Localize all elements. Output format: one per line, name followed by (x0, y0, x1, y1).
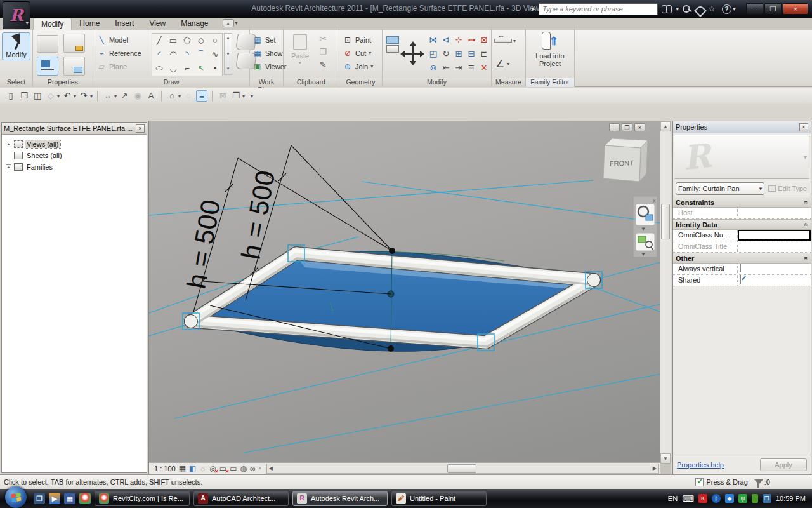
apply-button[interactable]: Apply (760, 458, 807, 471)
tree-item-families[interactable]: + Families (2, 161, 147, 173)
paint-button[interactable]: ⊡Paint (341, 33, 373, 46)
property-row-omniclass-title[interactable]: OmniClass Title (673, 241, 811, 253)
gallery-scroll-control[interactable]: ▲ ▼ ▾ (224, 33, 232, 75)
tab-insert[interactable]: Insert (107, 18, 141, 30)
view-caret-icon[interactable]: ▾ (178, 93, 181, 99)
taskbar-clock[interactable]: 10:59 PM (776, 495, 806, 502)
wheel-caret-icon[interactable]: ▼ (641, 226, 646, 232)
undo-caret-icon[interactable]: ▾ (74, 93, 76, 99)
always-vertical-checkbox[interactable] (740, 264, 741, 272)
vertical-scroll-thumb[interactable] (661, 204, 670, 239)
gallery-scroll-down-icon[interactable]: ▼ (225, 40, 232, 56)
line-tool-icon[interactable]: ╱ (152, 34, 166, 48)
text-icon[interactable]: A (145, 90, 157, 102)
pin-icon[interactable]: ⊏ (478, 47, 490, 61)
navbar-close-icon[interactable]: x (653, 197, 656, 204)
split-element-icon[interactable]: ⊹ (452, 33, 465, 47)
new-file-icon[interactable]: ▯ (5, 90, 16, 102)
panel-measure-label[interactable]: Measure (492, 78, 525, 87)
detail-level-icon[interactable]: ▦ (179, 464, 186, 473)
copy-icon[interactable]: ❐ (318, 47, 328, 57)
families-expand-icon[interactable]: + (6, 164, 11, 170)
taskbar-task-autocad[interactable]: A AutoCAD Architect... (193, 491, 289, 506)
tree-item-views[interactable]: + Views (all) (2, 138, 147, 150)
dimension-caret-icon[interactable]: ▾ (114, 93, 117, 99)
tab-view[interactable]: View (141, 18, 173, 30)
cut-scissors-icon[interactable]: ✂ (318, 34, 328, 44)
rotate-icon[interactable]: ↻ (440, 47, 452, 61)
property-row-host[interactable]: Host (673, 208, 811, 219)
property-row-always-vertical[interactable]: Always vertical (673, 264, 811, 275)
edit-type-button[interactable]: Edit Type (767, 185, 808, 192)
chrome-icon[interactable] (79, 493, 91, 504)
section-other[interactable]: Other « (673, 253, 811, 264)
project-browser-titlebar[interactable]: M_Rectangle Surface ETFE PANEL.rfa ... × (2, 123, 147, 135)
select-elements-icon[interactable] (386, 36, 399, 44)
pick-edges-tool-icon[interactable]: ↖ (194, 62, 208, 76)
panel-properties-label[interactable]: Properties (33, 78, 93, 87)
views-expand-icon[interactable]: + (6, 142, 11, 147)
plane-button[interactable]: ▱Plane (95, 60, 149, 73)
omniclass-number-input[interactable] (738, 230, 811, 241)
antivirus-tray-icon[interactable]: K (698, 494, 707, 503)
select-faces-icon[interactable] (386, 45, 399, 53)
circumscribed-polygon-tool-icon[interactable]: ◇ (194, 34, 208, 48)
measure-icon[interactable]: ↗ (119, 90, 130, 102)
point-tool-icon[interactable]: • (208, 62, 222, 76)
resize-grip[interactable]: ⋮⋮ (650, 464, 660, 473)
scroll-down-icon[interactable]: ▼ (660, 453, 671, 464)
move-button[interactable] (403, 44, 422, 63)
sun-path-icon[interactable]: ☼ (199, 464, 206, 473)
language-indicator[interactable]: EN (668, 495, 678, 502)
array-icon[interactable]: ⊞ (452, 47, 465, 61)
tangent-arc-tool-icon[interactable]: ◝ (180, 48, 194, 62)
scroll-up-icon[interactable]: ▲ (660, 121, 671, 131)
measure-distance-button[interactable]: ▾ (493, 36, 516, 45)
panel-family-editor-label[interactable]: Family Editor (526, 78, 574, 87)
close-button[interactable]: × (783, 3, 808, 15)
scroll-left-icon[interactable]: ◀ (269, 465, 273, 471)
shadows-off-icon[interactable]: ◎ (209, 464, 216, 473)
favorites-star-icon[interactable]: ☆ (708, 3, 716, 15)
workplane-set-button[interactable]: ▦Set (251, 33, 286, 46)
unpin-icon[interactable]: ⊠ (478, 33, 490, 47)
dimension-label-2[interactable]: h = 500 (235, 168, 280, 262)
fillet-arc-tool-icon[interactable]: ⌒ (194, 48, 208, 62)
delete-icon[interactable]: ✕ (478, 61, 490, 75)
analysis-display-icon[interactable]: • (259, 464, 261, 473)
ribbon-state-toggle[interactable]: ▴ ▾ (223, 19, 238, 27)
cope-icon[interactable]: ◰ (427, 47, 440, 61)
properties-titlebar[interactable]: Properties × (673, 121, 811, 133)
customize-qat-icon[interactable]: ▾ (251, 93, 253, 99)
tree-item-sheets[interactable]: Sheets (all) (2, 150, 147, 161)
reveal-hidden-elements-icon[interactable]: ◍ (240, 464, 247, 473)
switch-windows-icon[interactable]: ❐ (230, 90, 242, 102)
taskbar-task-browser[interactable]: RevitCity.com | Is Re... (95, 491, 190, 506)
press-drag-checkbox[interactable] (695, 478, 704, 486)
synchronize-icon[interactable]: ◇ (45, 90, 56, 102)
model-line-button[interactable]: ╲Model (95, 33, 149, 46)
preview-caret-icon[interactable]: ▾ (804, 154, 807, 161)
spline-tool-icon[interactable]: ∿ (208, 48, 222, 62)
panel-modify-label[interactable]: Modify (383, 78, 491, 87)
pick-lines-tool-icon[interactable]: ⌐ (180, 62, 194, 76)
taskbar-task-paint[interactable]: 🖌 Untitled - Paint (391, 491, 487, 506)
panel-select-label[interactable]: Select (0, 78, 32, 87)
help-dropdown-icon[interactable]: ▾ (733, 3, 736, 15)
trim-extend-single-icon[interactable]: ⇤ (440, 61, 452, 75)
subscription-key-icon[interactable] (683, 4, 691, 13)
temporary-hide-isolate-icon[interactable]: ∞ (250, 464, 256, 473)
trim-extend-multi-icon[interactable]: ⇥ (452, 61, 465, 75)
view-cube-front-label[interactable]: FRONT (610, 159, 634, 167)
close-hidden-windows-icon[interactable]: ⊠ (217, 90, 228, 102)
workplane-viewer-button[interactable]: ▣Viewer (251, 60, 286, 73)
align-icon[interactable]: ≣ (465, 61, 478, 75)
help-icon[interactable]: ? (722, 4, 731, 14)
bluetooth-icon[interactable]: ᛒ (712, 494, 721, 503)
search-binoculars-icon[interactable] (662, 5, 672, 13)
join-geometry-button[interactable]: ⊕Join▾ (341, 60, 373, 73)
communication-center-icon[interactable] (695, 5, 704, 13)
horizontal-scroll-thumb[interactable] (447, 464, 476, 473)
property-row-shared[interactable]: Shared (673, 275, 811, 286)
taskbar-task-revit[interactable]: R Autodesk Revit Arch... (292, 491, 388, 506)
